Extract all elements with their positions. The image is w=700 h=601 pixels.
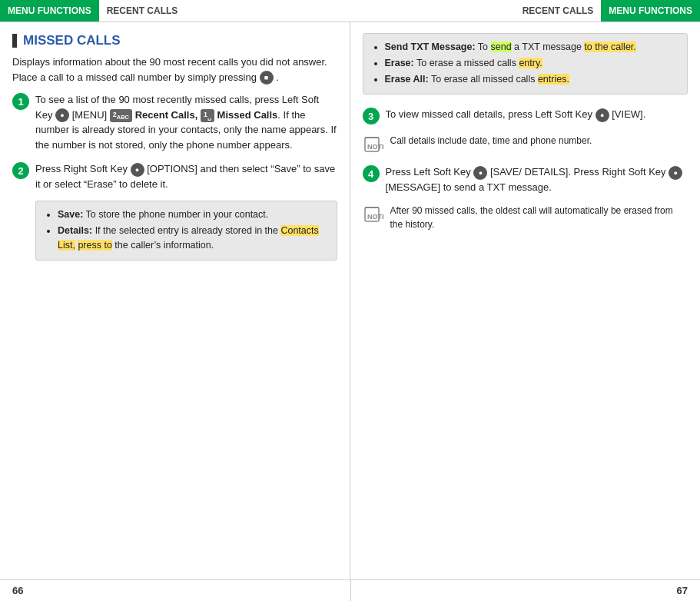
option-save-label: Save: [58,209,83,220]
svg-text:NOTE: NOTE [367,213,383,221]
menu-soft-key-icon: ● [55,108,69,122]
right-option-send-txt: Send TXT Message: To send a TXT message … [385,40,678,55]
note-icon-2: NOTE [363,204,384,225]
highlight-entries: entries. [538,74,569,85]
step-1-text: To see a list of the 90 most recently mi… [35,92,337,152]
step-2-text: Press Right Soft Key ● [OPTIONS] and the… [35,161,337,191]
svg-text:NOTE: NOTE [367,143,383,151]
note-2: NOTE After 90 missed calls, the oldest c… [363,204,688,231]
footer-right: 67 [350,580,701,601]
note-2-text: After 90 missed calls, the oldest call w… [390,204,688,231]
option-details: Details: If the selected entry is alread… [58,224,327,253]
page-header: MENU FUNCTIONS RECENT CALLS RECENT CALLS… [0,0,700,22]
highlight-to-caller: to the caller. [584,42,635,52]
note-icon-1: NOTE [363,134,384,155]
note-svg-2: NOTE [363,204,383,224]
highlight-send: send [491,42,512,52]
right-header: RECENT CALLS MENU FUNCTIONS [350,0,701,22]
recent-calls-label-right: RECENT CALLS [515,5,602,16]
step-2: 2 Press Right Soft Key ● [OPTIONS] and t… [12,161,337,191]
erase-label: Erase: [385,58,414,68]
options-bullet-box: Save: To store the phone number in your … [35,201,337,261]
step-4-text: Press Left Soft Key ● [SAVE/ DETAILS]. P… [386,164,688,194]
highlight-entry: entry. [519,58,542,68]
option-details-text: If the selected entry is already stored … [58,225,319,251]
intro-text-main: Displays information about the 90 most r… [12,56,327,83]
step1-missed-calls: Missed Calls [217,109,278,121]
step-4: 4 Press Left Soft Key ● [SAVE/ DETAILS].… [363,164,688,194]
right-bullet-box: Send TXT Message: To send a TXT message … [363,33,688,95]
send-txt-text: To send a TXT message to the caller. [478,42,636,52]
view-soft-key-icon: ● [595,108,609,122]
page-number-left: 66 [12,585,23,596]
save-details-soft-key-icon: ● [473,166,487,180]
erase-text: To erase a missed calls entry. [416,58,542,68]
step-3-text: To view missed call details, press Left … [386,107,646,122]
send-button-icon: ■ [260,71,274,85]
title-bar-icon [12,34,17,48]
left-header: MENU FUNCTIONS RECENT CALLS [0,0,350,22]
section-title-text: MISSED CALLS [23,33,121,48]
options-soft-key-icon: ● [131,163,144,177]
right-option-erase: Erase: To erase a missed calls entry. [385,56,678,71]
recent-calls-label-left: RECENT CALLS [99,5,186,16]
page-footer: 66 67 [0,579,700,601]
section-title: MISSED CALLS [12,33,337,48]
step-number-3: 3 [363,108,380,125]
menu-functions-label-right: MENU FUNCTIONS [609,5,692,16]
intro-text-period: . [276,71,279,83]
page-number-right: 67 [677,585,688,596]
option-save-text: To store the phone number in your contac… [86,209,269,220]
step-number-1: 1 [12,93,29,110]
left-panel: MISSED CALLS Displays information about … [0,22,350,579]
right-option-erase-all: Erase All: To erase all missed calls ent… [385,72,678,87]
right-panel: Send TXT Message: To send a TXT message … [350,22,701,579]
step-3: 3 To view missed call details, press Lef… [363,107,688,125]
footer-left: 66 [0,580,350,601]
step1-recent-calls: Recent Calls, [135,109,198,121]
highlight-press-to: press to [78,240,111,251]
note-svg-1: NOTE [363,134,383,154]
right-options-list: Send TXT Message: To send a TXT message … [373,40,678,86]
send-txt-label: Send TXT Message: [385,42,476,52]
note-1: NOTE Call details include date, time and… [363,134,688,155]
step-number-2: 2 [12,162,29,179]
menu-functions-label-left: MENU FUNCTIONS [8,5,91,16]
num-badge-2abc: 2ABC [110,109,132,122]
menu-functions-badge-right: MENU FUNCTIONS [601,0,700,22]
options-list: Save: To store the phone number in your … [45,208,327,252]
step-number-4: 4 [363,165,380,182]
erase-all-text: To erase all missed calls entries. [431,74,569,85]
menu-functions-badge-left: MENU FUNCTIONS [0,0,99,22]
num-badge-1: 1␣ [201,109,214,122]
main-content: MISSED CALLS Displays information about … [0,22,700,579]
intro-text: Displays information about the 90 most r… [12,55,337,85]
message-soft-key-icon: ● [668,166,682,180]
erase-all-label: Erase All: [385,74,429,85]
option-save: Save: To store the phone number in your … [58,208,327,222]
note-1-text: Call details include date, time and phon… [390,134,592,148]
option-details-label: Details: [58,225,92,236]
step-1: 1 To see a list of the 90 most recently … [12,92,337,152]
